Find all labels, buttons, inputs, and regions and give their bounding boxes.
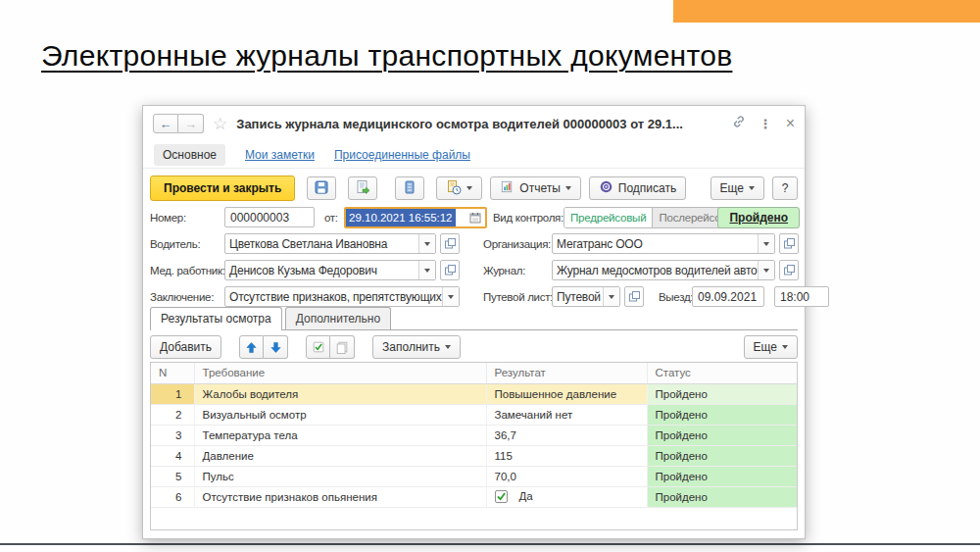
cell-result[interactable]: 115 bbox=[486, 445, 647, 466]
cell-result[interactable]: Повышенное давление bbox=[486, 383, 647, 404]
dropdown-icon[interactable] bbox=[442, 287, 459, 306]
organization-label: Организация: bbox=[483, 233, 551, 255]
check-all-button[interactable] bbox=[306, 335, 330, 359]
header-result[interactable]: Результат bbox=[486, 363, 647, 383]
date-field[interactable]: 29.10.2021 16:55:12 bbox=[344, 207, 487, 228]
cell-result[interactable]: Замечаний нет bbox=[486, 404, 647, 425]
dropdown-icon[interactable] bbox=[758, 234, 774, 253]
cell-result-text: Да bbox=[519, 490, 533, 502]
tab-my-notes[interactable]: Мои заметки bbox=[245, 148, 315, 162]
tab-main[interactable]: Основное bbox=[154, 144, 225, 166]
departure-date-field[interactable]: 09.09.2021 bbox=[692, 286, 764, 307]
date-value: 29.10.2021 16:55:12 bbox=[346, 209, 456, 226]
move-up-button[interactable] bbox=[239, 335, 264, 359]
cell-requirement[interactable]: Жалобы водителя bbox=[194, 383, 486, 404]
open-med-worker-icon[interactable] bbox=[440, 260, 460, 280]
departure-time-field[interactable]: 18:00 bbox=[774, 286, 829, 307]
driver-value: Цветкова Светлана Ивановна bbox=[225, 234, 418, 253]
journal-label: Журнал: bbox=[483, 260, 525, 281]
tab-attached-files[interactable]: Присоединенные файлы bbox=[334, 148, 470, 162]
table-row[interactable]: 6Отсутствие признаков опьяненияДаПройден… bbox=[151, 486, 797, 507]
post-document-icon bbox=[355, 179, 370, 198]
cell-result[interactable]: 36,7 bbox=[486, 425, 647, 445]
dropdown-icon[interactable] bbox=[758, 261, 774, 279]
table-more-button[interactable]: Еще bbox=[744, 335, 798, 359]
dropdown-icon[interactable] bbox=[418, 261, 435, 279]
register-records-button[interactable] bbox=[395, 176, 424, 200]
form-row-medworker: Мед. работник: Денисов Кузьма Федорович … bbox=[150, 260, 800, 281]
document-clock-icon bbox=[446, 179, 462, 198]
pre-trip-option[interactable]: Предрейсовый bbox=[564, 208, 652, 227]
signature-badge-icon bbox=[599, 179, 613, 197]
cell-requirement[interactable]: Отсутствие признаков опьянения bbox=[194, 486, 486, 507]
table-row[interactable]: 3Температура тела36,7Пройдено bbox=[151, 425, 797, 445]
fill-button[interactable]: Заполнить bbox=[372, 335, 461, 359]
more-button[interactable]: Еще bbox=[710, 176, 764, 200]
waybill-field[interactable]: Путевой лис bbox=[552, 286, 620, 307]
cell-status[interactable]: Пройдено bbox=[647, 486, 797, 507]
cell-result[interactable]: 70,0 bbox=[486, 466, 647, 486]
cell-status[interactable]: Пройдено bbox=[647, 404, 797, 425]
uncheck-all-button[interactable] bbox=[330, 335, 355, 359]
save-button[interactable] bbox=[307, 176, 336, 200]
cell-number[interactable]: 6 bbox=[151, 486, 194, 507]
dropdown-icon[interactable] bbox=[418, 234, 435, 253]
table-row[interactable]: 5Пульс70,0Пройдено bbox=[151, 466, 797, 486]
close-icon[interactable]: × bbox=[786, 116, 795, 131]
table-row[interactable]: 1Жалобы водителяПовышенное давлениеПройд… bbox=[151, 383, 797, 404]
cell-number[interactable]: 1 bbox=[151, 383, 194, 404]
cell-requirement[interactable]: Давление bbox=[194, 445, 486, 466]
link-icon[interactable] bbox=[732, 115, 746, 132]
add-row-button[interactable]: Добавить bbox=[150, 335, 221, 359]
create-based-on-button[interactable] bbox=[436, 176, 482, 200]
checkbox-checked-icon[interactable] bbox=[495, 490, 508, 503]
header-status[interactable]: Статус bbox=[647, 363, 797, 383]
dropdown-icon[interactable] bbox=[603, 287, 619, 306]
passed-status-button[interactable]: Пройдено bbox=[717, 207, 800, 228]
tab-additional[interactable]: Дополнительно bbox=[285, 307, 391, 329]
titlebar-actions: ⋮ × bbox=[732, 115, 795, 132]
open-driver-icon[interactable] bbox=[440, 233, 460, 254]
number-label: Номер: bbox=[150, 207, 186, 228]
cell-number[interactable]: 2 bbox=[151, 404, 194, 425]
driver-field[interactable]: Цветкова Светлана Ивановна bbox=[224, 233, 436, 254]
table-row[interactable]: 2Визуальный осмотрЗамечаний нетПройдено bbox=[151, 404, 797, 425]
more-menu-icon[interactable]: ⋮ bbox=[760, 117, 772, 131]
fill-label: Заполнить bbox=[382, 340, 440, 354]
open-organization-icon[interactable] bbox=[779, 233, 799, 254]
table-row[interactable]: 4Давление115Пройдено bbox=[151, 445, 797, 466]
move-row-buttons bbox=[239, 335, 288, 359]
post-and-close-button[interactable]: Провести и закрыть bbox=[150, 176, 295, 201]
sign-button[interactable]: Подписать bbox=[589, 176, 686, 200]
window-titlebar: ← → ☆ Запись журнала медицинского осмотр… bbox=[143, 106, 805, 141]
calendar-icon[interactable] bbox=[465, 209, 485, 226]
header-number[interactable]: N bbox=[151, 363, 194, 383]
back-button[interactable]: ← bbox=[153, 114, 178, 133]
journal-field[interactable]: Журнал медосмотров водителей автобусов М… bbox=[552, 260, 775, 280]
cell-status[interactable]: Пройдено bbox=[647, 383, 797, 404]
cell-result[interactable]: Да bbox=[486, 486, 647, 507]
organization-field[interactable]: Мегатранс ООО bbox=[552, 233, 775, 254]
forward-button[interactable]: → bbox=[178, 114, 204, 133]
cell-requirement[interactable]: Визуальный осмотр bbox=[194, 404, 486, 425]
header-requirement[interactable]: Требование bbox=[194, 363, 486, 383]
cell-number[interactable]: 3 bbox=[151, 425, 194, 445]
cell-number[interactable]: 4 bbox=[151, 445, 194, 466]
reports-button[interactable]: Отчеты bbox=[490, 176, 580, 200]
med-worker-field[interactable]: Денисов Кузьма Федорович bbox=[224, 260, 436, 280]
cell-number[interactable]: 5 bbox=[151, 466, 194, 486]
open-waybill-icon[interactable] bbox=[624, 286, 644, 307]
cell-status[interactable]: Пройдено bbox=[647, 466, 797, 486]
post-document-button[interactable] bbox=[348, 176, 377, 200]
move-down-button[interactable] bbox=[264, 335, 288, 359]
number-field[interactable]: 000000003 bbox=[224, 207, 315, 227]
tab-exam-results[interactable]: Результаты осмотра bbox=[150, 307, 282, 330]
favorite-star-icon[interactable]: ☆ bbox=[213, 116, 227, 132]
cell-requirement[interactable]: Пульс bbox=[194, 466, 486, 486]
open-journal-icon[interactable] bbox=[779, 260, 799, 280]
cell-status[interactable]: Пройдено bbox=[647, 425, 797, 445]
cell-requirement[interactable]: Температура тела bbox=[194, 425, 486, 445]
conclusion-field[interactable]: Отсутствие признаков, препятствующих вып… bbox=[224, 286, 460, 307]
cell-status[interactable]: Пройдено bbox=[647, 445, 797, 466]
help-button[interactable]: ? bbox=[772, 176, 798, 200]
